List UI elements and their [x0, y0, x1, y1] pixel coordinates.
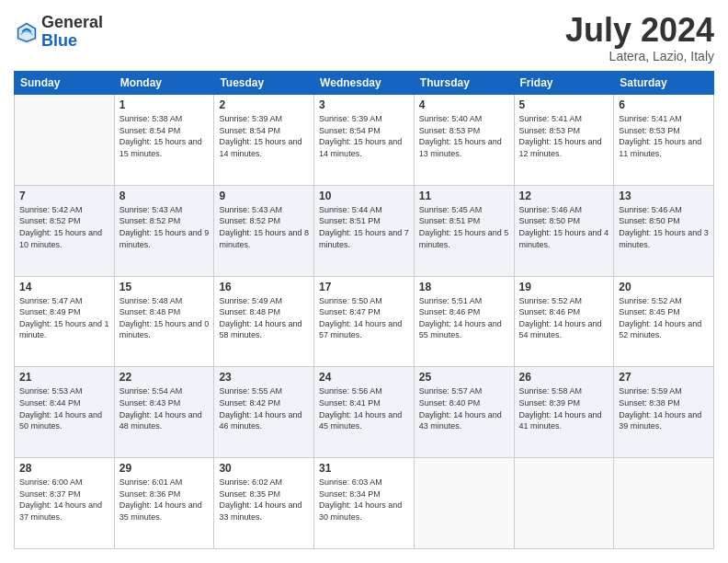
day-info: Sunrise: 5:56 AM Sunset: 8:41 PM Dayligh… [319, 385, 409, 431]
col-sunday: Sunday [15, 72, 115, 95]
calendar-week-row: 28Sunrise: 6:00 AM Sunset: 8:37 PM Dayli… [15, 458, 714, 549]
calendar-header-row: Sunday Monday Tuesday Wednesday Thursday… [15, 72, 714, 95]
day-number: 10 [319, 190, 409, 202]
day-info: Sunrise: 5:49 AM Sunset: 8:48 PM Dayligh… [219, 295, 309, 341]
day-info: Sunrise: 5:39 AM Sunset: 8:54 PM Dayligh… [319, 113, 409, 159]
calendar-cell: 21Sunrise: 5:53 AM Sunset: 8:44 PM Dayli… [15, 367, 115, 458]
day-info: Sunrise: 5:50 AM Sunset: 8:47 PM Dayligh… [319, 295, 409, 341]
day-number: 31 [319, 462, 409, 475]
calendar-cell: 19Sunrise: 5:52 AM Sunset: 8:46 PM Dayli… [514, 276, 614, 367]
calendar-cell: 31Sunrise: 6:03 AM Sunset: 8:34 PM Dayli… [314, 458, 415, 549]
calendar-cell: 14Sunrise: 5:47 AM Sunset: 8:49 PM Dayli… [15, 276, 115, 367]
calendar-cell [414, 458, 514, 549]
day-number: 30 [219, 462, 309, 475]
day-number: 15 [119, 281, 210, 293]
calendar-cell: 23Sunrise: 5:55 AM Sunset: 8:42 PM Dayli… [214, 367, 314, 458]
logo-general: General [41, 14, 103, 32]
day-number: 25 [419, 371, 509, 384]
day-info: Sunrise: 5:45 AM Sunset: 8:51 PM Dayligh… [419, 204, 509, 250]
day-number: 1 [119, 98, 210, 111]
day-info: Sunrise: 5:51 AM Sunset: 8:46 PM Dayligh… [419, 295, 509, 341]
day-number: 14 [19, 281, 109, 293]
calendar-week-row: 7Sunrise: 5:42 AM Sunset: 8:52 PM Daylig… [15, 185, 714, 276]
day-number: 21 [19, 371, 109, 384]
day-info: Sunrise: 5:40 AM Sunset: 8:53 PM Dayligh… [419, 113, 509, 159]
day-number: 27 [619, 371, 709, 384]
day-number: 6 [619, 98, 709, 111]
day-info: Sunrise: 5:38 AM Sunset: 8:54 PM Dayligh… [119, 113, 210, 159]
day-info: Sunrise: 5:41 AM Sunset: 8:53 PM Dayligh… [619, 113, 709, 159]
logo: General Blue [14, 14, 103, 51]
logo-icon [14, 19, 40, 45]
day-number: 7 [19, 190, 109, 202]
day-number: 19 [519, 281, 609, 293]
calendar-cell: 13Sunrise: 5:46 AM Sunset: 8:50 PM Dayli… [614, 185, 714, 276]
calendar-cell: 25Sunrise: 5:57 AM Sunset: 8:40 PM Dayli… [414, 367, 514, 458]
day-info: Sunrise: 6:00 AM Sunset: 8:37 PM Dayligh… [19, 477, 109, 523]
day-number: 3 [319, 98, 409, 111]
logo-text: General Blue [41, 14, 103, 51]
day-number: 2 [219, 98, 309, 111]
col-saturday: Saturday [614, 72, 714, 95]
calendar-cell: 6Sunrise: 5:41 AM Sunset: 8:53 PM Daylig… [614, 95, 714, 186]
calendar-cell: 17Sunrise: 5:50 AM Sunset: 8:47 PM Dayli… [314, 276, 415, 367]
calendar-cell: 9Sunrise: 5:43 AM Sunset: 8:52 PM Daylig… [214, 185, 314, 276]
day-number: 13 [619, 190, 709, 202]
calendar-cell: 22Sunrise: 5:54 AM Sunset: 8:43 PM Dayli… [114, 367, 214, 458]
calendar-cell [15, 95, 115, 186]
day-number: 28 [19, 462, 109, 475]
title-block: July 2024 Latera, Lazio, Italy [565, 14, 714, 63]
day-number: 23 [219, 371, 309, 384]
calendar-cell: 4Sunrise: 5:40 AM Sunset: 8:53 PM Daylig… [414, 95, 514, 186]
calendar-week-row: 14Sunrise: 5:47 AM Sunset: 8:49 PM Dayli… [15, 276, 714, 367]
day-number: 12 [519, 190, 609, 202]
day-number: 29 [119, 462, 210, 475]
calendar-cell: 11Sunrise: 5:45 AM Sunset: 8:51 PM Dayli… [414, 185, 514, 276]
day-info: Sunrise: 5:55 AM Sunset: 8:42 PM Dayligh… [219, 385, 309, 431]
day-info: Sunrise: 5:52 AM Sunset: 8:45 PM Dayligh… [619, 295, 709, 341]
calendar-cell: 24Sunrise: 5:56 AM Sunset: 8:41 PM Dayli… [314, 367, 415, 458]
col-tuesday: Tuesday [214, 72, 314, 95]
day-info: Sunrise: 5:41 AM Sunset: 8:53 PM Dayligh… [519, 113, 609, 159]
calendar-cell: 1Sunrise: 5:38 AM Sunset: 8:54 PM Daylig… [114, 95, 214, 186]
day-info: Sunrise: 5:44 AM Sunset: 8:51 PM Dayligh… [319, 204, 409, 250]
header: General Blue July 2024 Latera, Lazio, It… [14, 14, 714, 63]
calendar-cell: 30Sunrise: 6:02 AM Sunset: 8:35 PM Dayli… [214, 458, 314, 549]
page: General Blue July 2024 Latera, Lazio, It… [0, 0, 728, 563]
day-info: Sunrise: 5:58 AM Sunset: 8:39 PM Dayligh… [519, 385, 609, 431]
day-info: Sunrise: 5:42 AM Sunset: 8:52 PM Dayligh… [19, 204, 109, 250]
calendar-cell [614, 458, 714, 549]
day-info: Sunrise: 6:01 AM Sunset: 8:36 PM Dayligh… [119, 477, 210, 523]
day-number: 24 [319, 371, 409, 384]
calendar-week-row: 1Sunrise: 5:38 AM Sunset: 8:54 PM Daylig… [15, 95, 714, 186]
day-number: 18 [419, 281, 509, 293]
calendar-cell [514, 458, 614, 549]
calendar-cell: 5Sunrise: 5:41 AM Sunset: 8:53 PM Daylig… [514, 95, 614, 186]
day-number: 17 [319, 281, 409, 293]
day-info: Sunrise: 5:59 AM Sunset: 8:38 PM Dayligh… [619, 385, 709, 431]
calendar-cell: 8Sunrise: 5:43 AM Sunset: 8:52 PM Daylig… [114, 185, 214, 276]
col-thursday: Thursday [414, 72, 514, 95]
calendar-cell: 26Sunrise: 5:58 AM Sunset: 8:39 PM Dayli… [514, 367, 614, 458]
title-location: Latera, Lazio, Italy [565, 49, 714, 63]
day-info: Sunrise: 5:47 AM Sunset: 8:49 PM Dayligh… [19, 295, 109, 341]
calendar-cell: 12Sunrise: 5:46 AM Sunset: 8:50 PM Dayli… [514, 185, 614, 276]
day-info: Sunrise: 5:48 AM Sunset: 8:48 PM Dayligh… [119, 295, 210, 341]
calendar-cell: 3Sunrise: 5:39 AM Sunset: 8:54 PM Daylig… [314, 95, 415, 186]
day-info: Sunrise: 5:57 AM Sunset: 8:40 PM Dayligh… [419, 385, 509, 431]
calendar-cell: 27Sunrise: 5:59 AM Sunset: 8:38 PM Dayli… [614, 367, 714, 458]
day-info: Sunrise: 5:43 AM Sunset: 8:52 PM Dayligh… [219, 204, 309, 250]
col-wednesday: Wednesday [314, 72, 415, 95]
calendar-cell: 16Sunrise: 5:49 AM Sunset: 8:48 PM Dayli… [214, 276, 314, 367]
day-number: 22 [119, 371, 210, 384]
day-info: Sunrise: 5:53 AM Sunset: 8:44 PM Dayligh… [19, 385, 109, 431]
day-info: Sunrise: 5:54 AM Sunset: 8:43 PM Dayligh… [119, 385, 210, 431]
day-number: 20 [619, 281, 709, 293]
calendar-cell: 15Sunrise: 5:48 AM Sunset: 8:48 PM Dayli… [114, 276, 214, 367]
title-month: July 2024 [565, 14, 714, 47]
day-number: 26 [519, 371, 609, 384]
calendar-cell: 29Sunrise: 6:01 AM Sunset: 8:36 PM Dayli… [114, 458, 214, 549]
calendar-cell: 2Sunrise: 5:39 AM Sunset: 8:54 PM Daylig… [214, 95, 314, 186]
day-number: 9 [219, 190, 309, 202]
calendar-table: Sunday Monday Tuesday Wednesday Thursday… [14, 71, 714, 549]
